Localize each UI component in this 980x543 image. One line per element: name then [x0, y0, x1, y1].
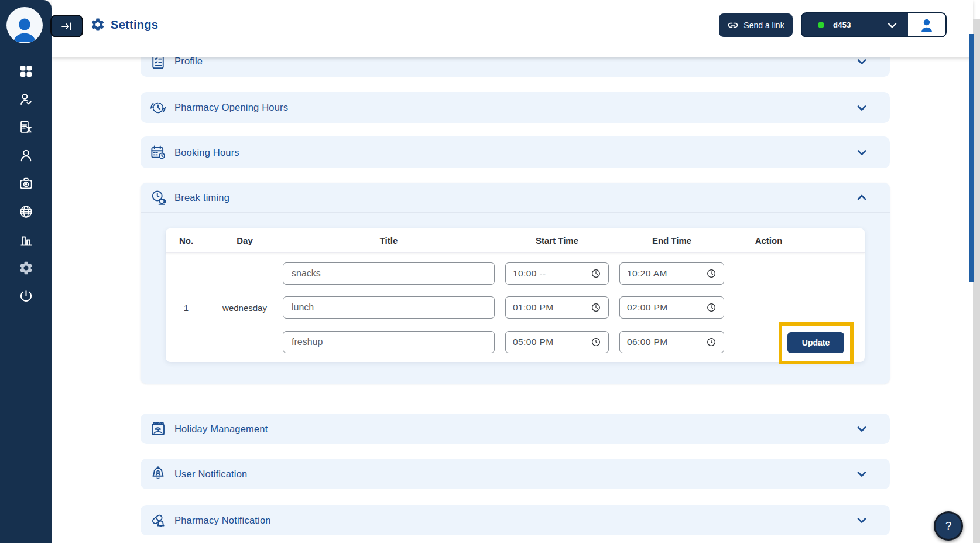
- row-number: 1: [166, 262, 207, 353]
- break-timing-icon: [149, 188, 167, 207]
- help-button[interactable]: ?: [934, 511, 963, 541]
- section-booking-hours[interactable]: Booking Hours: [141, 136, 890, 168]
- section-label: Booking Hours: [174, 147, 239, 158]
- power-icon: [18, 288, 34, 304]
- page-title-wrap: Settings: [90, 17, 158, 32]
- chevron-down-icon[interactable]: [855, 145, 869, 159]
- start-time-value: 05:00 PM: [513, 337, 554, 347]
- section-pharmacy-notification[interactable]: Pharmacy Notification: [141, 505, 890, 535]
- sidebar-item-logout[interactable]: [0, 284, 52, 308]
- start-time-field[interactable]: 01:00 PM: [505, 296, 609, 319]
- settings-page: Settings Send a link d453: [0, 0, 980, 543]
- arrow-to-line-icon: [60, 19, 74, 33]
- section-label: Pharmacy Notification: [174, 515, 271, 526]
- clock-icon: [591, 302, 601, 313]
- col-start: Start Time: [505, 228, 609, 253]
- gear-icon: [18, 260, 34, 276]
- sidebar-item-settings[interactable]: [0, 256, 52, 279]
- page-title: Settings: [111, 18, 158, 32]
- clock-icon: [591, 337, 601, 347]
- update-button[interactable]: Update: [787, 332, 844, 353]
- link-icon: [727, 19, 739, 31]
- end-time-value: 10:20 AM: [627, 268, 667, 279]
- section-break-timing-expanded: Break timing No. Day Title Start Time En…: [141, 183, 890, 384]
- user-check-icon: [18, 91, 34, 107]
- gear-icon: [90, 17, 105, 32]
- break-timing-table: No. Day Title Start Time End Time Action…: [166, 228, 865, 362]
- chevron-up-icon[interactable]: [855, 190, 869, 204]
- sidebar-item-camera[interactable]: [0, 172, 52, 195]
- user-notification-icon: [149, 465, 167, 483]
- sidebar: [0, 0, 52, 543]
- sidebar-item-globe[interactable]: [0, 200, 52, 223]
- section-pharmacy-opening-hours[interactable]: Pharmacy Opening Hours: [141, 92, 890, 123]
- start-time-field[interactable]: 05:00 PM: [505, 331, 609, 353]
- person-icon: [9, 13, 40, 43]
- opening-hours-icon: [149, 98, 167, 117]
- booking-hours-icon: [149, 143, 167, 162]
- col-end: End Time: [619, 228, 724, 253]
- section-user-notification[interactable]: User Notification: [141, 459, 890, 489]
- col-no: No.: [166, 228, 207, 253]
- account-dropdown[interactable]: d453: [801, 12, 947, 37]
- end-time-value: 02:00 PM: [627, 302, 668, 313]
- send-link-button[interactable]: Send a link: [719, 13, 793, 37]
- sidebar-item-document-pending[interactable]: [0, 115, 52, 139]
- start-time-field[interactable]: 10:00 --: [505, 262, 609, 285]
- title-input[interactable]: [283, 331, 495, 353]
- person-icon: [918, 16, 936, 34]
- col-title: Title: [283, 228, 495, 253]
- clock-icon: [706, 268, 717, 279]
- sidebar-avatar[interactable]: [6, 7, 43, 43]
- row-day: wednesday: [207, 262, 283, 353]
- end-time-field[interactable]: 10:20 AM: [619, 262, 724, 285]
- sidebar-collapse-toggle[interactable]: [50, 15, 83, 37]
- chevron-down-icon[interactable]: [855, 422, 869, 436]
- end-time-field[interactable]: 02:00 PM: [619, 296, 724, 319]
- online-status-dot: [818, 22, 824, 28]
- scrollbar-thumb[interactable]: [969, 34, 974, 282]
- section-break-timing[interactable]: Break timing: [141, 183, 890, 213]
- clock-icon: [706, 302, 717, 313]
- sidebar-item-user-check[interactable]: [0, 87, 52, 111]
- table-header-row: No. Day Title Start Time End Time Action: [166, 228, 865, 253]
- title-input[interactable]: [283, 296, 495, 319]
- avatar[interactable]: [908, 13, 945, 36]
- document-pending-icon: [18, 119, 34, 135]
- section-label: Break timing: [174, 192, 229, 203]
- end-time-field[interactable]: 06:00 PM: [619, 331, 724, 353]
- sidebar-item-bar-chart[interactable]: [0, 228, 52, 251]
- clock-icon: [706, 337, 717, 347]
- start-time-value: 01:00 PM: [513, 302, 554, 313]
- section-label: User Notification: [174, 469, 247, 480]
- camera-icon: [18, 176, 34, 192]
- sidebar-item-user[interactable]: [0, 144, 52, 167]
- pharmacy-notification-icon: [149, 511, 167, 530]
- chevron-down-icon: [885, 18, 899, 32]
- section-label: Profile: [174, 56, 203, 67]
- chevron-down-icon[interactable]: [855, 101, 869, 115]
- chevron-down-icon[interactable]: [855, 513, 869, 527]
- clock-icon: [591, 268, 601, 279]
- top-header: Settings Send a link d453: [52, 0, 973, 57]
- user-icon: [18, 148, 34, 163]
- end-time-value: 06:00 PM: [627, 337, 668, 347]
- globe-icon: [18, 204, 34, 220]
- section-label: Holiday Management: [174, 424, 268, 435]
- bar-chart-icon: [18, 232, 34, 248]
- col-day: Day: [207, 228, 283, 253]
- account-name: d453: [833, 21, 851, 29]
- chevron-down-icon[interactable]: [855, 467, 869, 481]
- sidebar-item-dashboard[interactable]: [0, 59, 52, 83]
- section-label: Pharmacy Opening Hours: [174, 102, 288, 113]
- section-holiday-management[interactable]: Holiday Management: [141, 414, 890, 444]
- send-link-label: Send a link: [743, 21, 784, 30]
- col-action: Action: [728, 228, 810, 253]
- title-input[interactable]: [283, 262, 495, 285]
- holiday-icon: [149, 419, 167, 438]
- dashboard-icon: [18, 63, 34, 79]
- start-time-value: 10:00 --: [513, 268, 546, 279]
